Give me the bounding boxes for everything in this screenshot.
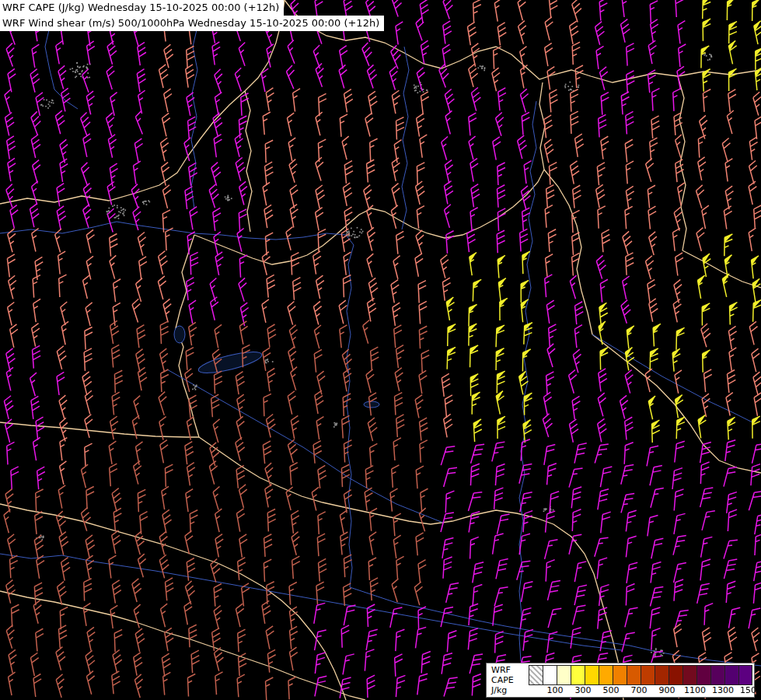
legend-tick: 1300 bbox=[712, 685, 734, 695]
legend-unit-label: J/kg bbox=[491, 685, 527, 695]
map-titles: WRF CAPE (J/kg) Wednesday 15-10-2025 00:… bbox=[0, 0, 384, 31]
legend-swatch bbox=[655, 665, 668, 685]
legend-swatch bbox=[585, 665, 599, 685]
legend-colorbar bbox=[529, 665, 752, 685]
legend-tick: 500 bbox=[603, 685, 620, 695]
legend-swatch bbox=[738, 665, 752, 685]
legend-tick: 100 bbox=[547, 685, 564, 695]
legend-model-label: WRF bbox=[491, 665, 527, 675]
legend-swatch bbox=[557, 665, 571, 685]
legend-swatch bbox=[682, 665, 696, 685]
legend-tick: 700 bbox=[631, 685, 648, 695]
legend-swatch bbox=[571, 665, 585, 685]
map-canvas bbox=[0, 0, 761, 700]
legend-swatch bbox=[641, 665, 655, 685]
legend-swatch bbox=[613, 665, 627, 685]
legend-swatch bbox=[529, 665, 543, 685]
legend-tick-labels: 100300500700900110013001500 bbox=[529, 685, 752, 697]
weather-map: WRF CAPE (J/kg) Wednesday 15-10-2025 00:… bbox=[0, 0, 761, 700]
legend-tick: 1500 bbox=[740, 685, 761, 695]
legend-swatch bbox=[724, 665, 738, 685]
legend-tick: 1100 bbox=[684, 685, 706, 695]
legend-swatch bbox=[627, 665, 641, 685]
legend-scale: 100300500700900110013001500 bbox=[529, 663, 754, 697]
legend-swatch bbox=[599, 665, 613, 685]
legend-tick: 900 bbox=[659, 685, 675, 695]
legend-swatch bbox=[696, 665, 710, 685]
legend-swatch bbox=[710, 665, 724, 685]
legend-swatch bbox=[668, 665, 682, 685]
legend-swatch bbox=[543, 665, 557, 685]
legend-tick: 300 bbox=[575, 685, 592, 695]
title-wind-shear: WRF Wind shear (m/s) 500/1000hPa Wednesd… bbox=[0, 16, 384, 31]
cape-legend: WRF CAPE J/kg 10030050070090011001300150… bbox=[486, 663, 755, 698]
legend-title: WRF CAPE J/kg bbox=[487, 663, 529, 697]
legend-param-label: CAPE bbox=[491, 675, 527, 685]
title-cape: WRF CAPE (J/kg) Wednesday 15-10-2025 00:… bbox=[0, 0, 284, 16]
